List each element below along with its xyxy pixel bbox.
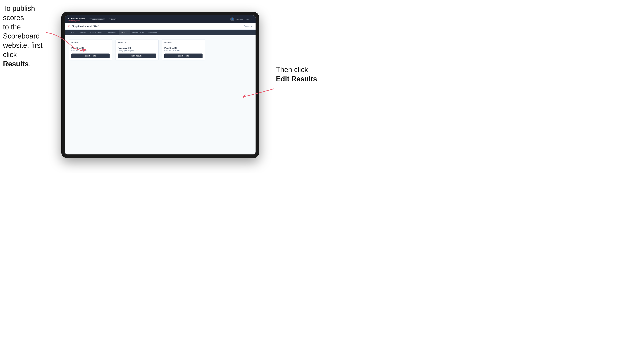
- round-1-course-name: Peachtree GC: [72, 47, 110, 49]
- tab-bar: Details Teams Course Setup Tee Groups Re…: [65, 30, 256, 35]
- tablet-frame: SCOREBOARD Powered by clippd TOURNAMENTS…: [61, 12, 259, 158]
- round-3-card: Round 3 Peachtree GC Gold (M) (7010 yds)…: [162, 39, 205, 60]
- logo-sub: Powered by clippd: [68, 20, 85, 21]
- tournament-name: C Clippd Invitational (Alex): [68, 25, 99, 28]
- tab-printables[interactable]: Printables: [146, 30, 159, 35]
- user-icon: 👤: [230, 17, 234, 21]
- round-3-header: Round 3: [162, 39, 205, 45]
- round-3-course-name: Peachtree GC: [164, 47, 202, 49]
- sign-out-link[interactable]: Sign out: [246, 18, 252, 20]
- nav-links: TOURNAMENTS TEAMS: [90, 18, 230, 20]
- tab-tee-groups[interactable]: Tee Groups: [104, 30, 119, 35]
- edit-results-round-1[interactable]: Edit Results: [72, 53, 110, 58]
- cancel-button[interactable]: Cancel ✕: [244, 25, 252, 27]
- rounds-grid: Round 1 Peachtree GC Gold (M) (7010 yds)…: [69, 39, 252, 60]
- logo-area: SCOREBOARD Powered by clippd: [68, 17, 85, 21]
- tab-leaderboards[interactable]: Leaderboards: [130, 30, 146, 35]
- round-2-card: Round 2 Peachtree GC Gold (M) (7010 yds)…: [115, 39, 159, 60]
- round-2-course-name: Peachtree GC: [118, 47, 156, 49]
- round-1-card: Round 1 Peachtree GC Gold (M) (7010 yds)…: [69, 39, 112, 60]
- close-icon: ✕: [251, 25, 252, 27]
- edit-results-round-2[interactable]: Edit Results: [118, 53, 156, 58]
- nav-right: 👤 Test User | Sign out: [230, 17, 252, 21]
- tab-teams[interactable]: Teams: [78, 30, 88, 35]
- round-2-course-details: Gold (M) (7010 yds): [118, 50, 156, 51]
- nav-tournaments[interactable]: TOURNAMENTS: [90, 18, 105, 20]
- round-2-header: Round 2: [116, 39, 158, 45]
- tablet-screen: SCOREBOARD Powered by clippd TOURNAMENTS…: [65, 15, 256, 155]
- user-name: Test User |: [236, 18, 244, 20]
- instruction-left: To publish scores to the Scoreboard webs…: [3, 4, 46, 69]
- edit-results-round-3[interactable]: Edit Results: [164, 53, 202, 58]
- round-3-course-details: Gold (M) (7010 yds): [164, 50, 202, 51]
- tab-details[interactable]: Details: [67, 30, 78, 35]
- round-1-course-details: Gold (M) (7010 yds): [72, 50, 110, 51]
- tab-course-setup[interactable]: Course Setup: [88, 30, 104, 35]
- logo-text: SCOREBOARD: [68, 17, 85, 20]
- top-nav: SCOREBOARD Powered by clippd TOURNAMENTS…: [65, 15, 256, 23]
- sub-header: C Clippd Invitational (Alex) Cancel ✕: [65, 23, 256, 30]
- main-content: Round 1 Peachtree GC Gold (M) (7010 yds)…: [65, 35, 256, 155]
- instruction-right: Then click Edit Results.: [276, 65, 319, 84]
- round-1-header: Round 1: [69, 39, 112, 45]
- empty-column: [208, 39, 252, 60]
- c-icon: C: [68, 25, 70, 28]
- tab-results[interactable]: Results: [119, 30, 130, 35]
- nav-teams[interactable]: TEAMS: [110, 18, 116, 20]
